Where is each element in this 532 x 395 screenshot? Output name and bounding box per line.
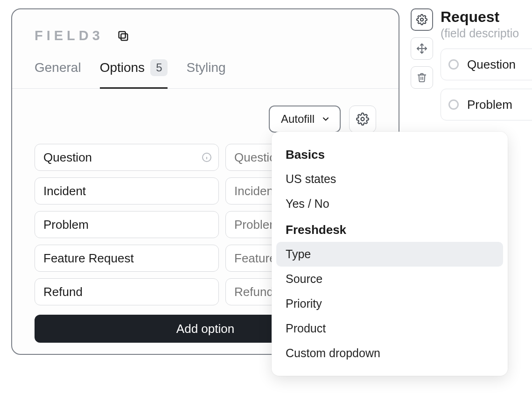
dropdown-group-heading: Basics xyxy=(276,141,503,167)
tab-label: Styling xyxy=(186,60,225,75)
tab-general[interactable]: General xyxy=(35,60,81,88)
option-value-input[interactable] xyxy=(35,278,219,305)
autofill-button[interactable]: Autofill xyxy=(269,106,341,133)
chevron-down-icon xyxy=(321,114,330,124)
move-button[interactable] xyxy=(411,37,433,60)
options-toolbar: Autofill xyxy=(12,89,399,133)
dropdown-group-heading: Freshdesk xyxy=(276,216,503,242)
dropdown-item-custom-dropdown[interactable]: Custom dropdown xyxy=(276,341,503,366)
dropdown-item-type[interactable]: Type xyxy=(276,242,503,267)
tabs: General Options 5 Styling xyxy=(12,43,399,89)
option-value-input-wrap xyxy=(35,144,219,171)
svg-point-9 xyxy=(420,18,423,21)
svg-rect-1 xyxy=(119,31,126,38)
card-header: FIELD3 xyxy=(12,9,399,43)
copy-icon xyxy=(117,29,130,42)
trash-icon xyxy=(417,72,427,83)
preview-subtitle: (field descriptio xyxy=(441,27,532,40)
tab-options[interactable]: Options 5 xyxy=(100,59,168,89)
dropdown-item-us-states[interactable]: US states xyxy=(276,167,503,191)
copy-button[interactable] xyxy=(117,29,130,42)
radio-option[interactable]: Question xyxy=(441,49,532,80)
dropdown-item-priority[interactable]: Priority xyxy=(276,291,503,316)
autofill-dropdown: Basics US states Yes / No Freshdesk Type… xyxy=(272,132,508,376)
tab-options-count: 5 xyxy=(150,59,168,76)
delete-button[interactable] xyxy=(411,66,433,89)
add-option-label: Add option xyxy=(176,322,234,336)
right-action-column xyxy=(411,8,433,89)
radio-icon xyxy=(448,59,459,70)
option-value-input[interactable] xyxy=(35,144,219,171)
autofill-label: Autofill xyxy=(281,113,315,126)
move-icon xyxy=(416,43,427,54)
tab-label: General xyxy=(35,60,81,75)
dropdown-item-product[interactable]: Product xyxy=(276,316,503,341)
radio-label: Problem xyxy=(467,98,512,112)
radio-label: Question xyxy=(467,57,516,72)
svg-point-2 xyxy=(361,118,364,121)
info-icon[interactable] xyxy=(201,152,212,163)
field-name-label: FIELD3 xyxy=(35,28,104,43)
options-settings-button[interactable] xyxy=(349,106,376,133)
svg-rect-0 xyxy=(121,34,127,40)
gear-icon xyxy=(356,113,369,126)
tab-styling[interactable]: Styling xyxy=(186,60,225,88)
settings-button[interactable] xyxy=(411,8,433,31)
option-value-input[interactable] xyxy=(35,177,219,205)
dropdown-item-source[interactable]: Source xyxy=(276,267,503,291)
gear-icon xyxy=(416,14,427,25)
tab-label: Options xyxy=(100,60,145,75)
radio-icon xyxy=(448,99,459,110)
option-value-input[interactable] xyxy=(35,211,219,238)
radio-option[interactable]: Problem xyxy=(441,89,532,120)
dropdown-item-yes-no[interactable]: Yes / No xyxy=(276,191,503,216)
preview-title: Request xyxy=(441,8,532,26)
option-value-input[interactable] xyxy=(35,245,219,272)
